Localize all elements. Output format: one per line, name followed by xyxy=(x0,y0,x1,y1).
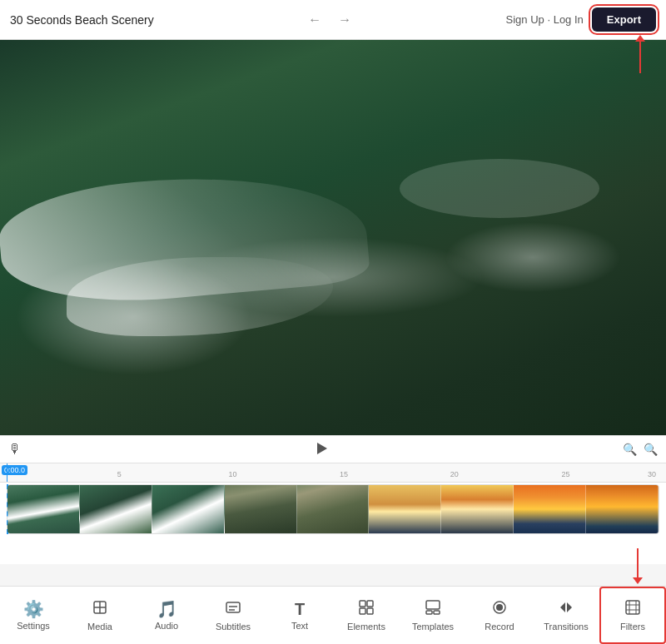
foam-layer-3 xyxy=(400,159,599,218)
templates-svg xyxy=(425,599,441,616)
export-arrow-annotation xyxy=(639,40,641,73)
transitions-svg xyxy=(558,599,574,616)
text-tool[interactable]: T Text xyxy=(266,587,333,644)
timeline-controls: 🎙 🔍 🔍 xyxy=(0,436,666,463)
film-frame-8 xyxy=(514,485,586,533)
timeline-area: 🎙 🔍 🔍 0:00.0 5 10 15 20 25 30 xyxy=(0,435,666,564)
ruler-mark-10: 10 xyxy=(228,470,236,478)
subtitles-svg xyxy=(225,599,241,616)
templates-icon xyxy=(425,599,441,618)
svg-rect-8 xyxy=(360,608,365,614)
elements-svg xyxy=(358,599,375,616)
filters-label: Filters xyxy=(620,622,645,632)
filmstrip-container xyxy=(0,484,666,534)
svg-point-14 xyxy=(496,604,503,611)
zoom-out-icon[interactable]: 🔍 xyxy=(623,443,637,456)
video-background xyxy=(0,40,666,435)
filters-tool[interactable]: Filters xyxy=(599,587,666,644)
mic-icon[interactable]: 🎙 xyxy=(8,442,22,457)
elements-icon xyxy=(358,599,375,618)
play-icon xyxy=(317,443,327,454)
undo-button[interactable]: ← xyxy=(305,9,325,31)
templates-label: Templates xyxy=(412,622,454,632)
media-icon xyxy=(92,599,108,618)
svg-rect-6 xyxy=(360,601,365,607)
header-right: Sign Up · Log In Export xyxy=(506,7,656,32)
audio-label: Audio xyxy=(155,621,178,631)
header: 30 Seconds Beach Scenery ← → Sign Up · L… xyxy=(0,0,666,40)
elements-tool[interactable]: Elements xyxy=(333,587,400,644)
record-svg xyxy=(491,599,508,616)
svg-rect-7 xyxy=(367,601,373,607)
auth-links: Sign Up · Log In xyxy=(506,13,584,26)
elements-label: Elements xyxy=(347,622,385,632)
ruler-mark-25: 25 xyxy=(561,470,569,478)
export-button[interactable]: Export xyxy=(592,7,656,32)
timeline-ruler: 0:00.0 5 10 15 20 25 30 xyxy=(0,463,666,483)
text-label: Text xyxy=(291,621,308,631)
settings-icon: ⚙️ xyxy=(23,601,44,617)
filmstrip xyxy=(7,484,659,534)
page-title: 30 Seconds Beach Scenery xyxy=(10,13,154,27)
media-svg xyxy=(92,599,108,616)
transitions-label: Transitions xyxy=(544,622,588,632)
svg-rect-10 xyxy=(426,601,440,609)
subtitles-icon xyxy=(225,599,241,618)
audio-icon: 🎵 xyxy=(157,601,177,617)
filters-arrow-line xyxy=(637,548,639,577)
ruler-mark-30: 30 xyxy=(648,470,656,478)
film-frame-9 xyxy=(586,485,659,533)
svg-rect-11 xyxy=(426,611,432,614)
transitions-icon xyxy=(558,599,574,618)
svg-rect-15 xyxy=(626,601,639,614)
ruler-mark-20: 20 xyxy=(450,470,459,478)
timeline-center xyxy=(22,443,623,457)
text-icon: T xyxy=(295,601,305,617)
record-tool[interactable]: Record xyxy=(466,587,533,644)
subtitles-tool[interactable]: Subtitles xyxy=(200,587,266,644)
redo-button[interactable]: → xyxy=(335,9,355,31)
play-button[interactable] xyxy=(317,443,327,457)
film-frame-3 xyxy=(152,485,225,533)
log-in-link[interactable]: Log In xyxy=(554,13,584,26)
subtitles-label: Subtitles xyxy=(216,622,251,632)
filters-svg xyxy=(624,599,641,616)
video-preview xyxy=(0,40,666,435)
media-tool[interactable]: Media xyxy=(67,587,133,644)
header-left: 30 Seconds Beach Scenery xyxy=(10,13,154,27)
film-frame-4 xyxy=(225,485,297,533)
filters-arrow-head xyxy=(633,577,643,584)
film-frame-5 xyxy=(297,485,370,533)
film-frame-2 xyxy=(80,485,152,533)
timeline-right: 🔍 🔍 xyxy=(623,443,658,456)
ruler-marks: 5 10 15 20 25 30 xyxy=(0,463,666,482)
svg-rect-9 xyxy=(367,608,373,614)
svg-rect-3 xyxy=(226,602,240,612)
filters-arrow-annotation xyxy=(633,548,643,584)
timeline-left: 🎙 xyxy=(8,442,22,457)
header-nav: ← → xyxy=(305,9,355,31)
film-frame-6 xyxy=(369,485,441,533)
svg-rect-12 xyxy=(434,611,440,614)
media-label: Media xyxy=(87,622,112,632)
audio-tool[interactable]: 🎵 Audio xyxy=(133,587,200,644)
transitions-tool[interactable]: Transitions xyxy=(533,587,599,644)
record-icon xyxy=(491,599,508,618)
filters-icon xyxy=(624,599,641,618)
film-frame-7 xyxy=(441,485,514,533)
film-frame-1 xyxy=(7,485,80,533)
zoom-in-icon[interactable]: 🔍 xyxy=(644,443,658,456)
record-label: Record xyxy=(485,622,514,632)
ruler-mark-15: 15 xyxy=(340,470,348,478)
auth-separator: · xyxy=(547,13,550,26)
bottom-toolbar: ⚙️ Settings Media 🎵 Audio Subtitles T Te… xyxy=(0,586,666,644)
sign-up-link[interactable]: Sign Up xyxy=(506,13,544,26)
settings-label: Settings xyxy=(17,621,50,631)
templates-tool[interactable]: Templates xyxy=(400,587,466,644)
ruler-mark-5: 5 xyxy=(117,470,122,478)
settings-tool[interactable]: ⚙️ Settings xyxy=(0,587,67,644)
